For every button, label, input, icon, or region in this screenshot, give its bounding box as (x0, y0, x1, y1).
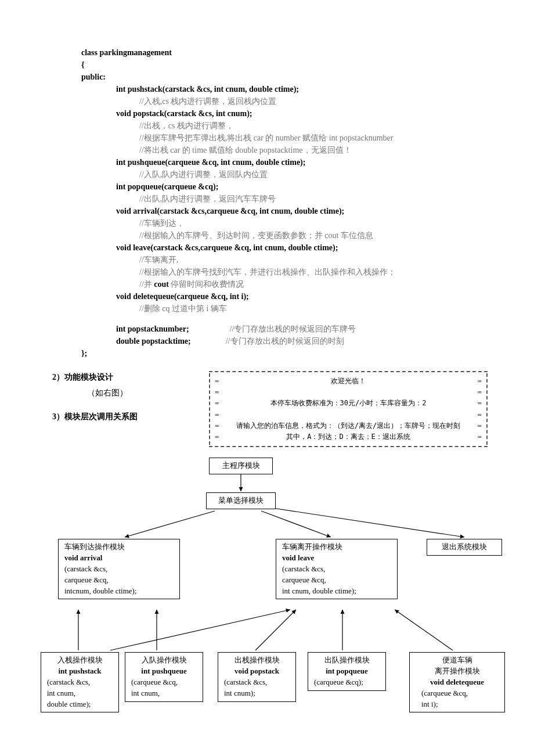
node-arrival: 车辆到达操作模块 void arrival (carstack &cs, car… (58, 539, 180, 599)
node-menu: 菜单选择模块 (206, 492, 276, 509)
code-line: int pushqueue(carqueue &cq, int cnum, do… (81, 156, 488, 168)
welcome-line-2: 本停车场收费标准为：30元/小时；车库容量为：2 (270, 399, 427, 407)
code-comment: //根据车牌号把车弹出栈,将出栈 car 的 number 赋值给 int po… (81, 132, 488, 144)
svg-line-9 (110, 610, 290, 650)
code-comment: //入栈,cs 栈内进行调整，返回栈内位置 (81, 95, 488, 107)
welcome-line-3: 请输入您的泊车信息，格式为：（到达/离去/退出）；车牌号；现在时刻 (236, 422, 460, 430)
code-comment: //出队,队内进行调整，返回汽车车牌号 (81, 193, 488, 205)
code-comment: //出栈，cs 栈内进行调整， (81, 120, 488, 132)
svg-line-6 (255, 610, 296, 650)
node-popstack: 出栈操作模块 void popstack (carstack &cs, int … (218, 652, 296, 701)
code-line: int pushstack(carstack &cs, int cnum, do… (81, 83, 488, 95)
code-line: int popstacknumber;//专门存放出栈的时候返回的车牌号 (81, 323, 488, 335)
code-line: void popstack(carstack &cs, int cnum); (81, 107, 488, 120)
node-pushqueue: 入队操作模块 int pushqueue (carqueue &cq, int … (125, 652, 203, 701)
section-2-title: 2）功能模块设计 (52, 371, 197, 383)
code-line: }; (81, 347, 488, 359)
welcome-line-4: 其中，A：到达；D：离去；E：退出系统 (286, 433, 410, 441)
module-hierarchy-diagram: 主程序模块 菜单选择模块 车辆到达操作模块 void arrival (cars… (46, 453, 534, 732)
welcome-box: =欢迎光临！= = = =本停车场收费标准为：30元/小时；车库容量为：2= =… (209, 371, 488, 447)
code-line: void leave(carstack &cs,carqueue &cq, in… (81, 242, 488, 254)
svg-line-2 (261, 511, 331, 537)
code-comment: //根据输入的车牌号找到汽车，并进行出栈操作、出队操作和入栈操作； (81, 266, 488, 278)
code-comment: //车辆离开, (81, 254, 488, 266)
svg-line-3 (273, 508, 464, 537)
code-line: double popstacktime;//专门存放出栈的时候返回的时刻 (81, 335, 488, 347)
design-row: 2）功能模块设计 （如右图） 3）模块层次调用关系图 =欢迎光临！= = = =… (81, 371, 488, 447)
code-comment: //入队,队内进行调整，返回队内位置 (81, 168, 488, 181)
code-block: class parkingmanagement { public: int pu… (81, 46, 488, 359)
code-comment: //将出栈 car 的 time 赋值给 double popstacktime… (81, 144, 488, 156)
code-line: { (81, 59, 488, 71)
node-leave: 车辆离开操作模块 void leave (carstack &cs, carqu… (276, 539, 398, 599)
code-comment: //车辆到达， (81, 217, 488, 229)
section-2-sub: （如右图） (52, 387, 197, 399)
svg-line-8 (395, 610, 453, 650)
section-3-title: 3）模块层次调用关系图 (52, 411, 197, 423)
code-comment: //并 cout 停留时间和收费情况 (81, 278, 488, 290)
node-popqueue: 出队操作模块 int popqueue (carqueue &cq); (308, 652, 386, 691)
code-line: void arrival(carstack &cs,carqueue &cq, … (81, 205, 488, 217)
node-pushstack: 入栈操作模块 int pushstack (carstack &cs, int … (41, 652, 119, 712)
code-comment: //删除 cq 过道中第 i 辆车 (81, 303, 488, 315)
code-line: public: (81, 71, 488, 83)
svg-line-1 (125, 511, 215, 537)
node-main: 主程序模块 (209, 458, 273, 474)
node-exit: 退出系统模块 (427, 539, 502, 556)
code-line: class parkingmanagement (81, 46, 488, 59)
code-line: int popqueue(carqueue &cq); (81, 181, 488, 193)
code-comment: //根据输入的车牌号、到达时间，变更函数参数；并 cout 车位信息 (81, 229, 488, 242)
code-line: void deletequeue(carqueue &cq, int i); (81, 290, 488, 303)
welcome-line-1: 欢迎光临！ (331, 377, 366, 385)
node-deletequeue: 便道车辆 离开操作模块 void deletequeue (carqueue &… (409, 652, 505, 712)
